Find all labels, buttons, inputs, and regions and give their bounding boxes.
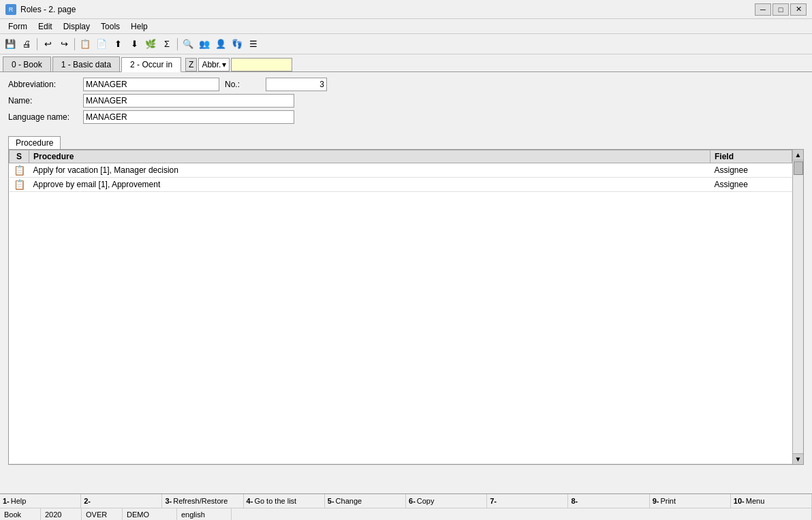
- name-row: Name:: [8, 94, 804, 108]
- row2-field: Assignee: [710, 178, 792, 192]
- scrollbar-down-arrow[interactable]: ▼: [793, 453, 803, 464]
- menu-bar: Form Edit Display Tools Help: [0, 19, 812, 34]
- col-procedure: Procedure: [29, 150, 710, 163]
- tab-book[interactable]: 0 - Book: [3, 56, 51, 71]
- toolbar-sep-3: [177, 38, 178, 50]
- menu-display[interactable]: Display: [58, 20, 95, 33]
- abbreviation-label: Abbreviation:: [8, 80, 83, 89]
- no-label: No.:: [225, 80, 266, 89]
- scrollbar[interactable]: ▲ ▼: [792, 150, 803, 464]
- toolbar-list[interactable]: ☰: [246, 37, 261, 52]
- toolbar-sep-1: [37, 38, 37, 50]
- title-bar-controls: ─ □ ✕: [755, 3, 807, 16]
- procedure-tab[interactable]: Procedure: [8, 136, 61, 149]
- scrollbar-up-arrow[interactable]: ▲: [793, 150, 803, 161]
- toolbar-find[interactable]: 🔍: [181, 37, 196, 52]
- section-tab: Procedure: [8, 136, 812, 149]
- toolbar-sum[interactable]: Σ: [159, 37, 174, 52]
- table-row[interactable]: 📋 Approve by email [1], Approvement Assi…: [10, 178, 803, 192]
- language-name-label: Language name:: [8, 112, 83, 122]
- tab-abbr-chevron: ▾: [222, 60, 226, 69]
- app-icon: R: [5, 4, 16, 15]
- procedure-table: S Procedure Field 📋 Apply for vacation […: [9, 150, 803, 464]
- row1-icon: 📋: [14, 165, 25, 176]
- col-s: S: [10, 150, 29, 163]
- abbreviation-row: Abbreviation: No.:: [8, 78, 804, 91]
- toolbar: 💾 🖨 ↩ ↪ 📋 📄 ⬆ ⬇ 🌿 Σ 🔍 👥 👤 👣 ☰: [0, 34, 812, 54]
- toolbar-user[interactable]: 👤: [213, 37, 228, 52]
- language-name-row: Language name:: [8, 110, 804, 124]
- menu-edit[interactable]: Edit: [33, 20, 58, 33]
- row1-procedure: Apply for vacation [1], Manager decision: [29, 163, 710, 178]
- abbreviation-input[interactable]: [83, 78, 219, 91]
- toolbar-users[interactable]: 👥: [197, 37, 212, 52]
- empty-space-row: [10, 192, 803, 464]
- toolbar-copy[interactable]: 📋: [78, 37, 93, 52]
- language-name-input[interactable]: [83, 110, 294, 124]
- toolbar-sep-2: [74, 38, 75, 50]
- maximize-button[interactable]: □: [772, 3, 789, 16]
- toolbar-new[interactable]: 📄: [94, 37, 109, 52]
- tab-bar: 0 - Book 1 - Basic data 2 - Occur in Z A…: [0, 54, 812, 72]
- tab-basic-data[interactable]: 1 - Basic data: [52, 56, 120, 71]
- toolbar-save[interactable]: 💾: [3, 37, 18, 52]
- form-area: Abbreviation: No.: Name: Language name:: [0, 72, 812, 132]
- title-bar-left: R Roles - 2. page: [5, 4, 76, 15]
- row2-icon: 📋: [14, 179, 25, 190]
- tab-abbr-label: Abbr.: [202, 60, 221, 69]
- toolbar-redo[interactable]: ↪: [57, 37, 72, 52]
- table-row[interactable]: 📋 Apply for vacation [1], Manager decisi…: [10, 163, 803, 178]
- close-button[interactable]: ✕: [790, 3, 807, 16]
- toolbar-plant[interactable]: 🌿: [143, 37, 158, 52]
- tab-text-input[interactable]: [231, 58, 292, 71]
- toolbar-print[interactable]: 🖨: [19, 37, 34, 52]
- row2-procedure: Approve by email [1], Approvement: [29, 178, 710, 192]
- name-input[interactable]: [83, 94, 294, 108]
- tab-z-button[interactable]: Z: [185, 58, 197, 71]
- title-bar: R Roles - 2. page ─ □ ✕: [0, 0, 812, 19]
- menu-form[interactable]: Form: [3, 20, 33, 33]
- menu-help[interactable]: Help: [125, 20, 153, 33]
- toolbar-track[interactable]: 👣: [230, 37, 245, 52]
- row1-field: Assignee: [710, 163, 792, 178]
- menu-tools[interactable]: Tools: [95, 20, 125, 33]
- toolbar-up[interactable]: ⬆: [110, 37, 125, 52]
- name-label: Name:: [8, 96, 83, 105]
- tab-occur-in[interactable]: 2 - Occur in: [121, 57, 181, 72]
- row2-s: 📋: [10, 178, 29, 192]
- row1-s: 📋: [10, 163, 29, 178]
- toolbar-undo[interactable]: ↩: [40, 37, 55, 52]
- title-bar-title: Roles - 2. page: [20, 5, 76, 14]
- tab-controls: Z Abbr. ▾: [185, 58, 292, 71]
- no-input[interactable]: [266, 78, 327, 91]
- toolbar-down[interactable]: ⬇: [127, 37, 142, 52]
- table-container: S Procedure Field 📋 Apply for vacation […: [8, 149, 804, 465]
- scrollbar-thumb[interactable]: [794, 161, 803, 175]
- col-field: Field: [710, 150, 792, 163]
- tab-abbr-dropdown[interactable]: Abbr. ▾: [198, 58, 230, 71]
- minimize-button[interactable]: ─: [755, 3, 771, 16]
